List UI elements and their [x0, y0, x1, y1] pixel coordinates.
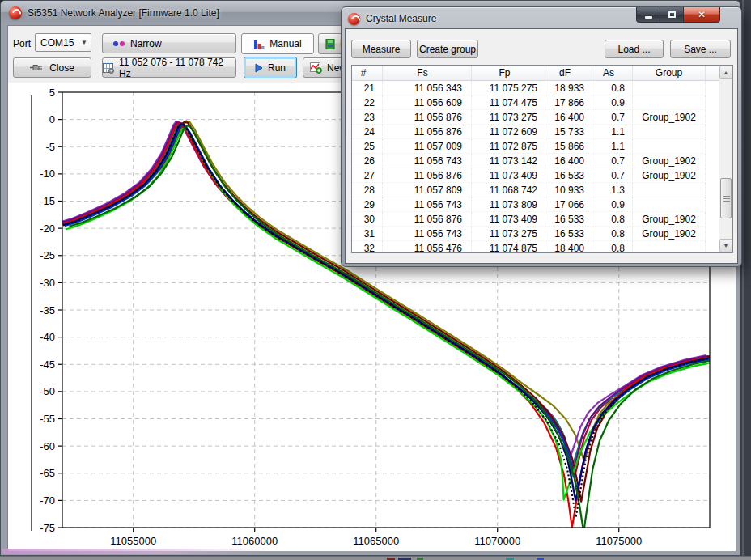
column-header-num[interactable]: # [352, 66, 383, 80]
table-scrollbar[interactable]: ▲ ▼ [719, 66, 732, 252]
column-header-fp[interactable]: Fp [472, 66, 545, 80]
y-tick-label: -55 [40, 413, 55, 425]
measurements-table: #FsFpdFAsGroup 2111 056 34311 075 27518 … [351, 65, 733, 253]
app-icon [9, 6, 22, 19]
y-tick-label: -45 [40, 358, 55, 371]
freq-range-button[interactable]: 11 052 076 - 11 078 742 Hz [102, 57, 236, 78]
port-label: Port [13, 38, 31, 49]
film-strip-icon [325, 39, 335, 49]
table-row[interactable]: 2911 056 74311 073 80917 0660.9 [352, 197, 732, 212]
y-tick-label: -40 [40, 331, 55, 343]
cell-df: 15 866 [545, 139, 592, 154]
maximize-button[interactable] [660, 7, 683, 23]
scroll-up-button[interactable]: ▲ [719, 66, 732, 79]
y-tick-label: -25 [40, 249, 55, 261]
cell-df: 10 933 [545, 183, 592, 197]
cell-df: 17 066 [545, 197, 592, 212]
cell-as: 0.7 [592, 154, 633, 168]
minimize-button[interactable] [636, 7, 660, 23]
table-row[interactable]: 3111 056 74311 073 27516 5330.8Group_190… [352, 227, 732, 241]
y-tick-label: -75 [40, 522, 55, 534]
cell-df: 16 533 [545, 168, 592, 183]
table-row[interactable]: 2511 057 00911 072 87515 8661.1 [352, 139, 732, 154]
close-port-button-label: Close [49, 62, 74, 74]
run-button-label: Run [268, 62, 286, 74]
cell-fp: 11 072 875 [472, 139, 545, 154]
y-tick-label: -35 [40, 304, 55, 316]
cell-num: 28 [352, 183, 383, 197]
column-header-as[interactable]: As [592, 66, 633, 80]
cell-df: 18 400 [545, 241, 592, 253]
y-tick-label: -10 [40, 168, 55, 180]
cell-fp: 11 073 275 [472, 110, 545, 125]
scrollbar-thumb[interactable] [720, 178, 732, 218]
cell-num: 30 [352, 212, 383, 227]
y-tick-label: -5 [45, 141, 55, 153]
column-header-df[interactable]: dF [545, 66, 592, 80]
cell-group: Group_1902 [633, 168, 706, 183]
chart-plus-icon [310, 62, 322, 74]
load-button[interactable]: Load ... [605, 40, 664, 58]
cell-num: 32 [352, 241, 383, 253]
freq-range-button-label: 11 052 076 - 11 078 742 Hz [119, 57, 235, 79]
app-icon [348, 13, 360, 25]
cell-num: 26 [352, 154, 383, 168]
narrow-button-label: Narrow [130, 38, 162, 49]
table-row[interactable]: 3011 056 87611 073 40916 5330.8Group_190… [352, 212, 732, 227]
cell-as: 0.7 [592, 168, 633, 183]
chevron-down-icon: ▼ [81, 39, 87, 46]
scroll-down-button[interactable]: ▼ [719, 239, 732, 252]
cell-group: Group_1902 [633, 110, 706, 125]
table-row[interactable]: 3211 056 47611 074 87518 4000.8 [352, 241, 732, 253]
close-button[interactable]: ✕ [683, 7, 720, 23]
cell-num: 21 [352, 81, 383, 95]
cell-as: 1.1 [592, 139, 633, 154]
table-row[interactable]: 2811 057 80911 068 74210 9331.3 [352, 183, 732, 197]
port-combobox[interactable]: COM15 ▼ [35, 33, 91, 52]
cell-fs: 11 057 009 [383, 139, 472, 154]
cell-df: 16 533 [545, 212, 592, 227]
cell-as: 0.8 [592, 212, 633, 227]
cell-fs: 11 057 809 [383, 183, 472, 197]
cell-as: 1.1 [592, 125, 633, 139]
cell-group [633, 183, 706, 197]
table-row[interactable]: 2611 056 74311 073 14216 4000.7Group_190… [352, 154, 732, 168]
cell-group [633, 197, 706, 212]
maximize-icon [668, 11, 676, 18]
create-group-button-label: Create group [419, 44, 476, 55]
caption-buttons: ✕ [636, 7, 720, 23]
cell-fs: 11 056 743 [383, 227, 472, 241]
y-tick-label: -30 [40, 277, 55, 289]
save-button[interactable]: Save ... [670, 40, 731, 58]
taskbar[interactable] [0, 556, 751, 560]
cell-fs: 11 056 743 [383, 197, 472, 212]
cell-fs: 11 056 609 [383, 95, 472, 110]
y-tick-label: -50 [40, 385, 55, 397]
cell-num: 22 [352, 95, 383, 110]
column-header-fs[interactable]: Fs [383, 66, 472, 80]
column-header-group[interactable]: Group [633, 66, 706, 80]
create-group-button[interactable]: Create group [417, 40, 478, 58]
cell-group: Group_1902 [633, 154, 706, 168]
scrollbar-grip-icon [723, 196, 730, 202]
manual-button[interactable]: Manual [241, 33, 314, 54]
close-port-button[interactable]: Close [13, 57, 91, 78]
table-row[interactable]: 2311 056 87611 073 27516 4000.7Group_190… [352, 110, 732, 125]
cell-group [633, 125, 706, 139]
table-row[interactable]: 2211 056 60911 074 47517 8660.9 [352, 95, 732, 110]
load-button-label: Load ... [617, 44, 650, 55]
narrow-button[interactable]: Narrow [102, 33, 236, 53]
cell-df: 16 400 [545, 154, 592, 168]
measure-button[interactable]: Measure [351, 40, 411, 58]
table-row[interactable]: 2411 056 87611 072 60915 7331.1 [352, 125, 732, 139]
cell-fs: 11 056 876 [383, 125, 472, 139]
cell-fs: 11 056 743 [383, 154, 472, 168]
scrollbar-track[interactable] [719, 79, 732, 239]
cell-fs: 11 056 343 [383, 81, 472, 95]
run-button[interactable]: Run [244, 57, 297, 78]
y-tick-label: -65 [40, 467, 55, 479]
crystal-window-title: Crystal Measure [366, 13, 436, 24]
table-row[interactable]: 2711 056 87611 073 40916 5330.7Group_190… [352, 168, 732, 183]
y-tick-label: -15 [40, 195, 55, 207]
table-row[interactable]: 2111 056 34311 075 27518 9330.8 [352, 81, 732, 95]
